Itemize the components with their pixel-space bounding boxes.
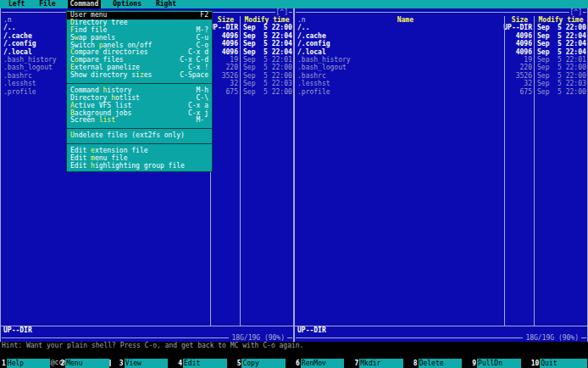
file-row[interactable]: .bash_logout 220 Sep 5 22:00 — [295, 64, 587, 71]
function-key-label: Help — [7, 359, 51, 368]
sort-indicator[interactable]: .n — [297, 16, 306, 24]
function-key-label: Quit — [540, 359, 587, 368]
file-mtime: Sep 5 22:01 — [535, 56, 587, 64]
panel-up-button[interactable]: [^] — [275, 8, 289, 16]
file-size: 4096 — [505, 40, 535, 47]
free-space-indicator: 18G/19G (90%) — [229, 334, 287, 342]
file-row[interactable]: /.cache 4096 Sep 5 22:04 — [295, 32, 587, 40]
menubar-item[interactable]: File — [36, 0, 58, 8]
menu-item[interactable] — [67, 80, 212, 87]
function-key-label: Delete — [419, 359, 463, 368]
function-key-button[interactable]: 3 View — [118, 359, 176, 368]
file-size: UP--DIR — [209, 24, 241, 31]
menu-item[interactable] — [67, 125, 212, 132]
file-name: /.. — [295, 24, 503, 31]
menu-item[interactable]: Show directory sizes C-Space — [67, 72, 212, 80]
function-key-number: 2 — [58, 359, 65, 368]
file-size: 675 — [211, 88, 241, 96]
menu-item-hotkey: list — [99, 116, 115, 124]
file-rows: /.. UP--DIR Sep 5 22:00 /.cache 4096 Sep… — [295, 24, 587, 96]
function-key-number: 3 — [118, 359, 125, 368]
menu-item-label: Show directory sizes — [70, 72, 152, 80]
midnight-commander-screen: Left File Command Options Right [^] .n N… — [0, 0, 588, 368]
function-key-bar: 1 Help 2 Menu 3 View 4 Edit 5 Copy — [0, 359, 588, 368]
file-mtime: Sep 5 22:04 — [241, 48, 293, 56]
function-key-button[interactable]: 10 Quit — [530, 359, 588, 368]
function-key-label: View — [125, 359, 169, 368]
right-mini-status: UP--DIR — [295, 326, 587, 334]
file-mtime: Sep 5 22:00 — [241, 72, 293, 80]
function-key-number: 8 — [412, 359, 419, 368]
column-header-size[interactable]: Size — [505, 16, 535, 24]
file-name: .bash_logout — [295, 64, 505, 71]
function-key-number: 6 — [294, 359, 301, 368]
file-name: .bash_history — [295, 56, 505, 64]
column-header-mtime[interactable]: Modify time — [535, 16, 587, 24]
column-header-mtime[interactable]: Modify time — [241, 16, 293, 24]
file-size: 4096 — [505, 48, 535, 56]
menu-item[interactable] — [67, 140, 212, 148]
file-row[interactable]: /.config 4096 Sep 5 22:04 — [295, 40, 587, 47]
menubar-item[interactable]: Options — [110, 0, 144, 8]
file-size: 4096 — [211, 48, 241, 56]
function-key-number: 9 — [470, 359, 477, 368]
file-mtime: Sep 5 22:01 — [241, 56, 293, 64]
function-key-button[interactable]: 9 PullDn — [470, 359, 529, 368]
function-key-label: Menu — [65, 359, 109, 368]
column-header-size[interactable]: Size — [211, 16, 241, 24]
panel-header-row: .n Name Size Modify time — [295, 16, 587, 24]
file-row[interactable]: /.local 4096 Sep 5 22:04 — [295, 48, 587, 56]
file-mtime: Sep 5 22:00 — [535, 24, 587, 31]
file-size: 3526 — [505, 72, 535, 80]
function-key-button[interactable]: 2 Menu — [58, 359, 117, 368]
file-size: 220 — [211, 64, 241, 71]
menu-item-label: Screen list — [70, 117, 115, 125]
function-key-button[interactable]: 4 Edit — [176, 359, 235, 368]
file-mtime: Sep 5 22:04 — [241, 40, 293, 47]
right-file-list: .n Name Size Modify time /.. UP--DIR Sep… — [295, 16, 587, 326]
function-key-button[interactable]: 6 RenMov — [294, 359, 352, 368]
panel-up-button[interactable]: [^] — [569, 8, 583, 16]
file-mtime: Sep 5 22:00 — [535, 88, 587, 96]
menu-item-shortcut: M-` — [197, 117, 208, 125]
file-size: 32 — [211, 80, 241, 87]
file-row[interactable]: .bashrc 3526 Sep 5 22:00 — [295, 72, 587, 80]
column-separator — [240, 16, 241, 326]
file-mtime: Sep 5 22:04 — [241, 32, 293, 40]
file-size: 19 — [505, 56, 535, 64]
function-key-button[interactable]: 1 Help — [0, 359, 58, 368]
function-key-label: PullDn — [477, 359, 521, 368]
file-size: 4096 — [505, 32, 535, 40]
file-size: UP--DIR — [503, 24, 535, 31]
free-space-indicator: 18G/19G (90%) — [523, 334, 581, 342]
menu-item-shortcut: F2 — [200, 12, 208, 20]
menu-item-label: Edit highlighting group file — [70, 163, 185, 170]
file-mtime: Sep 5 22:00 — [241, 64, 293, 71]
menubar-item[interactable]: Command — [68, 0, 102, 8]
file-row[interactable]: .lesshst 32 Sep 5 22:03 — [295, 80, 587, 87]
file-row[interactable]: /.. UP--DIR Sep 5 22:00 — [295, 24, 587, 31]
sort-indicator[interactable]: .n — [3, 16, 12, 24]
file-name: /.config — [295, 40, 505, 47]
command-line[interactable]: midnight@commander:~$ — [0, 350, 588, 359]
menu-item[interactable]: Edit highlighting group file — [67, 163, 212, 170]
menu-item[interactable]: Undelete files (ext2fs only) — [67, 132, 212, 140]
file-name: /.cache — [295, 32, 505, 40]
command-menu-dropdown: User menu F2 Directory tree Find file M-… — [66, 10, 213, 172]
column-header-name[interactable]: Name — [306, 16, 505, 24]
file-row[interactable]: .bash_history 19 Sep 5 22:01 — [295, 56, 587, 64]
menu-item[interactable]: Screen list M-` — [67, 117, 212, 125]
file-mtime: Sep 5 22:04 — [535, 48, 587, 56]
function-key-button[interactable]: 8 Delete — [412, 359, 470, 368]
function-key-number: 7 — [352, 359, 359, 368]
file-size: 3526 — [211, 72, 241, 80]
function-key-button[interactable]: 5 Copy — [236, 359, 294, 368]
function-key-button[interactable]: 7 Mkdir — [352, 359, 411, 368]
file-row[interactable]: .profile 675 Sep 5 22:00 — [295, 88, 587, 96]
file-size: 4096 — [211, 32, 241, 40]
menubar-item[interactable]: Right — [153, 0, 179, 8]
function-key-number: 5 — [236, 359, 242, 368]
file-size: 675 — [505, 88, 535, 96]
menubar-item[interactable]: Left — [6, 0, 27, 8]
function-key-label: RenMov — [301, 359, 345, 368]
